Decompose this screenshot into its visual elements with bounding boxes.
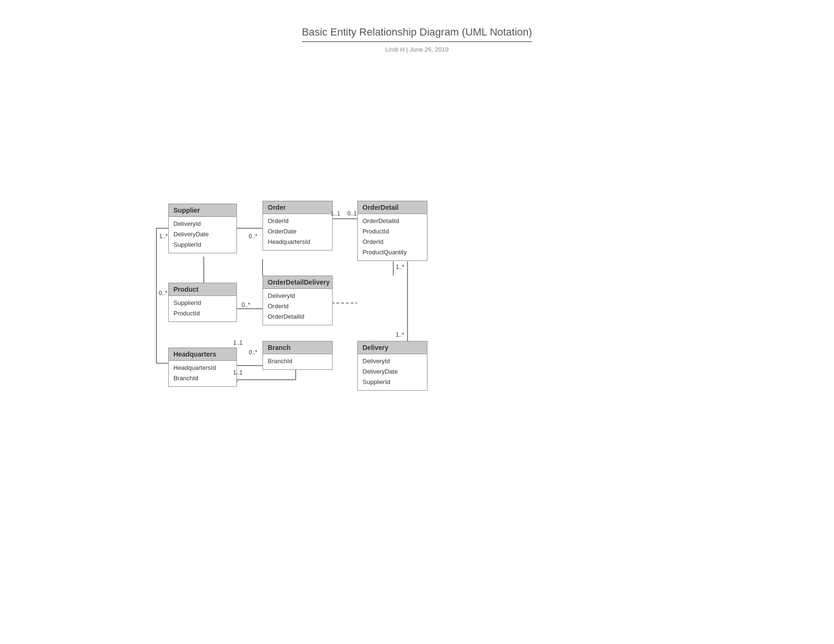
order-field-orderdate: OrderDate: [268, 226, 327, 237]
entity-order-header: Order: [263, 201, 332, 214]
page-header: Basic Entity Relationship Diagram (UML N…: [0, 0, 834, 58]
orderdetail-field-orderid: OrderId: [363, 237, 422, 247]
label-product-odd: 0..*: [159, 290, 167, 296]
label-order-orderdetail-right: 0..1: [347, 210, 357, 217]
supplier-field-deliverydate: DeliveryDate: [173, 229, 232, 240]
entity-branch-header: Branch: [263, 341, 332, 354]
label-orderdetail-delivery-top: 1..*: [396, 264, 404, 270]
odd-field-orderid: OrderId: [268, 301, 327, 312]
diagram-svg: [0, 72, 834, 593]
page-title: Basic Entity Relationship Diagram (UML N…: [302, 26, 532, 42]
label-supplier-order-left: 1..*: [159, 233, 168, 240]
entity-delivery-body: DeliveryId DeliveryDate SupplierId: [358, 354, 427, 390]
entity-product-body: SupplierId ProductId: [169, 296, 236, 322]
label-orderdetail-delivery-bottom: 1..*: [396, 331, 404, 338]
odd-field-orderdetailid: OrderDetailId: [268, 312, 327, 322]
entity-headquarters-body: HeadquartersId BranchId: [169, 361, 236, 386]
entity-product: Product SupplierId ProductId: [168, 283, 237, 322]
supplier-field-deliveryid: DeliveryId: [173, 219, 232, 229]
entity-order: Order OrderId OrderDate HeadquartersId: [263, 201, 333, 250]
entity-supplier-header: Supplier: [169, 204, 236, 217]
label-product-odd-right: 0..*: [242, 302, 250, 308]
entity-supplier: Supplier DeliveryId DeliveryDate Supplie…: [168, 204, 237, 253]
entity-headquarters: Headquarters HeadquartersId BranchId: [168, 348, 237, 387]
entity-branch-body: BranchId: [263, 354, 332, 369]
label-order-orderdetail-left: 1..1: [331, 210, 340, 217]
delivery-field-deliveryid: DeliveryId: [363, 356, 422, 367]
entity-branch: Branch BranchId: [263, 341, 333, 370]
entity-orderdetail-header: OrderDetail: [358, 201, 427, 214]
label-supplier-order-right: 0..*: [249, 233, 257, 240]
label-hq-branch-left: 1..1: [233, 340, 243, 346]
page-subtitle: Lindi H | June 26, 2019: [0, 46, 834, 53]
delivery-field-deliverydate: DeliveryDate: [363, 367, 422, 377]
label-branch-hq-bottom: 1..1: [233, 369, 243, 376]
diagram-area: Supplier DeliveryId DeliveryDate Supplie…: [0, 72, 834, 593]
supplier-field-supplierid: SupplierId: [173, 240, 232, 250]
orderdetail-field-orderdetailid: OrderDetailId: [363, 216, 422, 226]
product-field-productid: ProductId: [173, 308, 232, 319]
order-field-orderid: OrderId: [268, 216, 327, 226]
delivery-field-supplierid: SupplierId: [363, 377, 422, 387]
entity-supplier-body: DeliveryId DeliveryDate SupplierId: [169, 217, 236, 253]
entity-orderdetail: OrderDetail OrderDetailId ProductId Orde…: [357, 201, 427, 261]
orderdetail-field-productid: ProductId: [363, 226, 422, 237]
entity-delivery-header: Delivery: [358, 341, 427, 354]
entity-headquarters-header: Headquarters: [169, 348, 236, 361]
hq-field-headquartersid: HeadquartersId: [173, 363, 232, 373]
hq-field-branchid: BranchId: [173, 373, 232, 384]
orderdetail-field-productquantity: ProductQuantity: [363, 247, 422, 258]
entity-orderdetaildelivery: OrderDetailDelivery DeliveryId OrderId O…: [263, 276, 333, 325]
entity-order-body: OrderId OrderDate HeadquartersId: [263, 214, 332, 250]
entity-product-header: Product: [169, 283, 236, 296]
entity-orderdetaildelivery-header: OrderDetailDelivery: [263, 276, 332, 289]
entity-delivery: Delivery DeliveryId DeliveryDate Supplie…: [357, 341, 427, 391]
entity-orderdetail-body: OrderDetailId ProductId OrderId ProductQ…: [358, 214, 427, 260]
branch-field-branchid: BranchId: [268, 356, 327, 367]
label-hq-branch-right: 0..*: [249, 349, 257, 356]
odd-field-deliveryid: DeliveryId: [268, 291, 327, 301]
order-field-headquartersid: HeadquartersId: [268, 237, 327, 247]
entity-orderdetaildelivery-body: DeliveryId OrderId OrderDetailId: [263, 289, 332, 325]
product-field-supplierid: SupplierId: [173, 298, 232, 308]
